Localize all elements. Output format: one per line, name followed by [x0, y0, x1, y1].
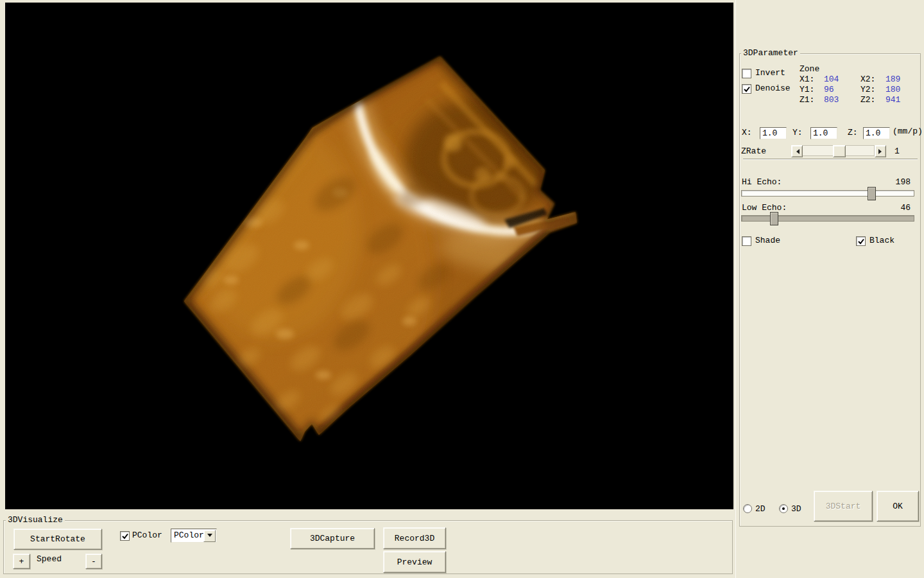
start-rotate-button[interactable]: StartRotate: [13, 529, 102, 550]
denoise-label: Denoise: [755, 84, 791, 93]
zone-x1-value: 104: [824, 75, 839, 84]
zone-z2-label: Z2:: [860, 96, 875, 105]
zone-y2-value: 180: [886, 85, 900, 94]
zrate-scrollbar-thumb[interactable]: [833, 145, 846, 157]
app-window: 3DParameter Invert Denoise Zone X1: 104 …: [0, 0, 924, 578]
start3d-button[interactable]: 3DStart: [814, 491, 873, 521]
pcolor-dropdown[interactable]: PColor: [171, 529, 217, 543]
scale-unit-label: (mm/p): [893, 127, 923, 136]
pcolor-dropdown-button[interactable]: [203, 530, 216, 542]
zone-z1-value: 803: [824, 96, 839, 105]
z-scale-input[interactable]: [863, 127, 890, 139]
capture3d-button[interactable]: 3DCapture: [290, 528, 375, 549]
pcolor-checkbox[interactable]: [120, 531, 130, 541]
mode-2d-radio[interactable]: [743, 504, 752, 513]
hi-echo-slider-track[interactable]: [741, 190, 914, 197]
x-scale-input[interactable]: [760, 127, 787, 139]
x-scale-label: X:: [742, 128, 752, 137]
zrate-scroll-left-button[interactable]: [791, 145, 803, 157]
speed-plus-button[interactable]: +: [13, 554, 30, 569]
preview-button[interactable]: Preview: [383, 551, 446, 573]
parameter-groupbox: [739, 53, 921, 527]
scroll-right-icon: [878, 149, 884, 154]
parameter-separator: [743, 159, 918, 159]
zone-z1-label: Z1:: [800, 96, 814, 105]
scroll-left-icon: [794, 149, 800, 154]
zrate-scroll-right-button[interactable]: [875, 145, 886, 157]
y-scale-label: Y:: [792, 128, 803, 137]
hi-echo-value: 198: [884, 178, 911, 187]
shade-checkbox[interactable]: [742, 236, 751, 246]
low-echo-label: Low Echo:: [742, 204, 787, 213]
zone-y2-label: Y2:: [860, 85, 875, 94]
speed-minus-button[interactable]: -: [85, 554, 102, 569]
check-icon: [122, 533, 128, 539]
record3d-button[interactable]: Record3D: [383, 527, 446, 549]
zone-z2-value: 941: [886, 96, 900, 105]
low-echo-slider-track[interactable]: [741, 215, 914, 222]
check-icon: [744, 86, 750, 92]
z-scale-label: Z:: [848, 128, 858, 137]
mode-2d-label: 2D: [755, 505, 766, 514]
speed-label: Speed: [37, 555, 62, 564]
hi-echo-slider-thumb[interactable]: [868, 187, 876, 200]
low-echo-value: 46: [884, 204, 911, 213]
denoise-checkbox[interactable]: [742, 84, 751, 94]
check-icon: [858, 238, 864, 245]
invert-label: Invert: [755, 69, 785, 78]
mode-3d-radio[interactable]: [779, 504, 788, 513]
zone-x2-label: X2:: [860, 75, 875, 84]
zrate-value: 1: [894, 147, 900, 156]
zone-title: Zone: [800, 65, 819, 74]
zone-x2-value: 189: [886, 75, 900, 84]
ultrasound-viewport[interactable]: [5, 3, 733, 509]
y-scale-input[interactable]: [810, 127, 837, 139]
visualize-group-title: 3DVisualize: [6, 516, 65, 525]
invert-checkbox[interactable]: [742, 69, 751, 78]
low-echo-slider-thumb[interactable]: [770, 212, 778, 225]
black-checkbox[interactable]: [856, 236, 866, 246]
pcolor-label: PColor: [132, 531, 162, 540]
shade-label: Shade: [755, 236, 780, 245]
hi-echo-label: Hi Echo:: [742, 178, 782, 187]
radio-dot: [782, 507, 785, 510]
zrate-label: ZRate: [741, 147, 766, 156]
ok-button[interactable]: OK: [877, 491, 919, 521]
zone-x1-label: X1:: [800, 75, 814, 84]
zone-y1-label: Y1:: [800, 85, 814, 94]
parameter-group-title: 3DParameter: [741, 49, 800, 58]
panel-divider: [735, 0, 736, 578]
chevron-down-icon: [207, 534, 212, 539]
pcolor-dropdown-value: PColor: [174, 530, 204, 540]
mode-3d-label: 3D: [791, 505, 801, 514]
zone-y1-value: 96: [824, 85, 834, 94]
ultrasound-volume-render: [5, 3, 733, 509]
black-label: Black: [869, 236, 894, 245]
